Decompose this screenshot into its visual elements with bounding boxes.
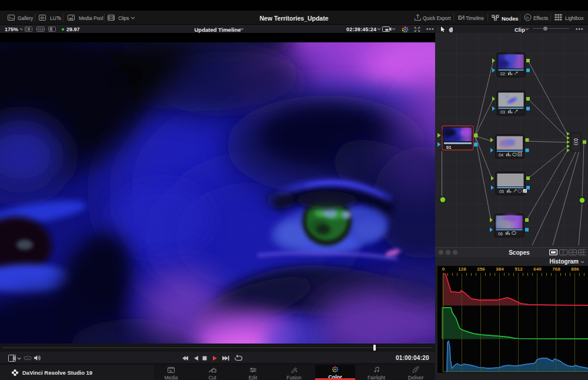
svg-text:02: 02 <box>500 72 505 76</box>
svg-text:03: 03 <box>500 110 505 114</box>
svg-text:256: 256 <box>477 266 485 272</box>
svg-text:0: 0 <box>442 266 445 272</box>
svg-text:384: 384 <box>496 266 504 272</box>
svg-text:04: 04 <box>499 153 503 157</box>
svg-text:fx: fx <box>526 15 529 20</box>
svg-text:01: 01 <box>446 145 451 150</box>
svg-text:768: 768 <box>552 266 560 272</box>
svg-text:06: 06 <box>498 232 503 236</box>
svg-text:896: 896 <box>571 266 579 272</box>
svg-text:128: 128 <box>458 266 466 272</box>
svg-text:640: 640 <box>533 266 542 272</box>
svg-text:512: 512 <box>514 266 523 272</box>
svg-text:05: 05 <box>499 189 504 194</box>
